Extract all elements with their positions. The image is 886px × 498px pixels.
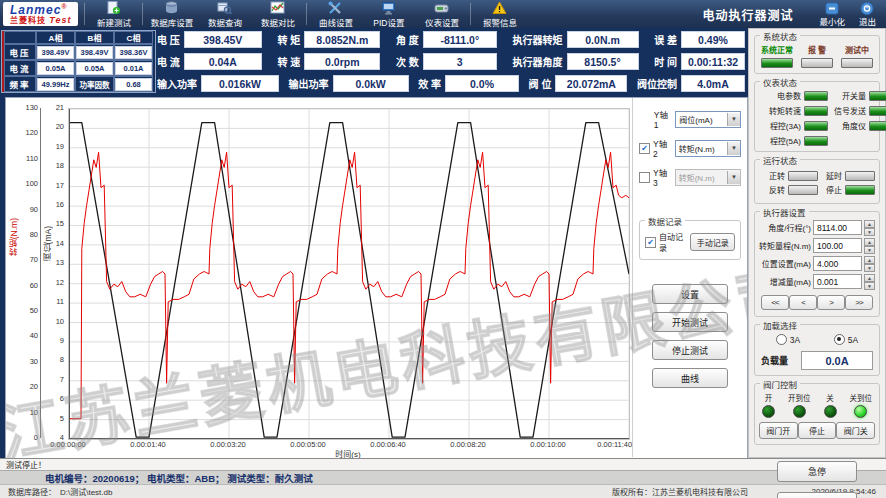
- torque-axis-line: [40, 108, 41, 438]
- speed-value: 0.0rpm: [304, 53, 380, 70]
- new-test-button[interactable]: 新建测试: [87, 0, 140, 28]
- spinner-up-icon[interactable]: ▲: [864, 220, 875, 228]
- alarm-label: 报 警: [808, 44, 826, 55]
- testing-led: [841, 58, 873, 68]
- curve-button[interactable]: 曲线: [652, 368, 728, 388]
- actuator-angle-value: 8150.5°: [567, 53, 639, 70]
- emergency-stop-button[interactable]: 急停: [777, 461, 857, 482]
- time-label: 时 间: [654, 54, 677, 69]
- valve-close-button[interactable]: 阀门关: [836, 422, 875, 439]
- step-forward-button[interactable]: >: [817, 295, 845, 310]
- bottom-status-bar: 数据库路径： D:\测试\test.db 版权所有：江苏兰菱机电科技有限公司 2…: [0, 484, 886, 498]
- stop-test-button[interactable]: 停止测试: [652, 340, 728, 360]
- spinner-down-icon[interactable]: ▼: [864, 228, 875, 236]
- torque-range-label: 转矩量程(N.m): [759, 240, 811, 251]
- actuator-torque-label: 执行器转矩: [513, 32, 563, 47]
- minimize-button[interactable]: 最小化: [819, 2, 845, 27]
- meter-settings-icon: [434, 1, 449, 15]
- toolbar-button-label: 曲线设置: [319, 16, 353, 28]
- curve-settings-button[interactable]: 曲线设置: [309, 0, 362, 28]
- spinner-up-icon[interactable]: ▲: [864, 274, 875, 282]
- data-query-button[interactable]: 数据查询: [198, 0, 251, 28]
- measurement-grid: 电 压398.45V 转 矩8.0852N.m 角 度-8111.0° 执行器转…: [157, 31, 745, 92]
- toolbar-button-label: 数据对比: [261, 16, 295, 28]
- motor-info: 电机编号：20200619； 电机类型：ABB； 测试类型：耐久测试: [45, 471, 313, 485]
- data-record-group: 数据记录 ✔ 自动记录 手动记录: [639, 220, 741, 260]
- y-axis2-checkbox[interactable]: ✔: [639, 143, 650, 154]
- speed-label: 转 速: [278, 54, 301, 69]
- angle-stroke-field[interactable]: 8114.00: [813, 220, 862, 235]
- data-compare-icon: [270, 1, 285, 15]
- start-test-button[interactable]: 开始测试: [652, 312, 728, 332]
- toolbar-button-label: 数据查询: [208, 16, 242, 28]
- y-axis3-dropdown[interactable]: 转矩(N.m)▼: [675, 169, 741, 186]
- row-label-frequency: 频率: [4, 76, 36, 92]
- db-path-value: D:\测试\test.db: [60, 486, 112, 497]
- power-factor-label: 功率因数: [75, 76, 114, 92]
- load-3a-radio[interactable]: 3A: [776, 334, 800, 345]
- meter-settings-button[interactable]: 仪表设置: [415, 0, 468, 28]
- pid-settings-button[interactable]: PID设置: [362, 0, 415, 28]
- database-settings-button[interactable]: 数据库设置: [145, 0, 198, 28]
- plot-area[interactable]: [68, 108, 630, 440]
- increment-field[interactable]: 0.001: [813, 274, 862, 289]
- load-5a-radio[interactable]: 5A: [834, 334, 858, 345]
- spinner-down-icon[interactable]: ▼: [864, 246, 875, 254]
- status-message-bar: 测试停止！: [0, 458, 886, 470]
- signal-send-led: [869, 106, 886, 116]
- step-fast-back-button[interactable]: <<: [761, 295, 789, 310]
- step-fast-forward-button[interactable]: >>: [845, 295, 873, 310]
- y-axis1-label: Y轴1: [654, 108, 673, 130]
- auto-record-checkbox[interactable]: ✔: [645, 237, 656, 248]
- system-ok-label: 系统正常: [761, 44, 793, 55]
- load-select-group: 加载选择 3A 5A 负载量 0.0A: [754, 324, 880, 376]
- step-back-button[interactable]: <: [789, 295, 817, 310]
- open-label: 开: [765, 392, 773, 403]
- y-axis3-checkbox[interactable]: [639, 172, 650, 183]
- open-led: [762, 405, 775, 418]
- power-meter-led: [804, 91, 828, 101]
- data-compare-button[interactable]: 数据对比: [251, 0, 304, 28]
- alarm-info-button[interactable]: 报警信息: [473, 0, 526, 28]
- y-axis2-dropdown[interactable]: 转矩(N.m)▼: [675, 140, 741, 157]
- valve-stop-button[interactable]: 停止: [798, 422, 837, 439]
- status-sidebar: 系统状态 系统正常 报 警 测试中 仪表状态 电参数 转矩转速 程控(3A) 程…: [748, 28, 886, 458]
- valve-open-button[interactable]: 阀门开: [759, 422, 798, 439]
- power-factor-value: 0.68: [115, 78, 152, 91]
- status-message: 测试停止！: [6, 459, 46, 470]
- open-in-place-led: [793, 405, 806, 418]
- alarm-info-icon: [492, 1, 507, 15]
- angle-label: 角 度: [396, 32, 419, 47]
- reset-alarm-button[interactable]: 重置报警: [777, 492, 857, 498]
- data-query-icon: [217, 1, 232, 15]
- reverse-led: [788, 185, 818, 195]
- manual-record-button[interactable]: 手动记录: [690, 233, 735, 251]
- load-3a-label: 3A: [790, 335, 800, 345]
- chart-controls: Y轴1 阀位(mA)▼ ✔ Y轴2 转矩(N.m)▼ Y轴3 转矩(N.m)▼ …: [632, 98, 747, 457]
- spinner-down-icon[interactable]: ▼: [864, 282, 875, 290]
- exit-icon: [860, 2, 874, 15]
- load-select-title: 加载选择: [760, 319, 800, 331]
- actuator-torque-value: 0.0N.m: [567, 31, 639, 48]
- close-in-place-led: [854, 405, 867, 418]
- auto-record-label: 自动记录: [659, 231, 687, 253]
- increment-label: 增减量(mA): [770, 276, 811, 287]
- spinner-up-icon[interactable]: ▲: [864, 256, 875, 264]
- load-5a-label: 5A: [848, 335, 858, 345]
- chevron-down-icon: ▼: [727, 113, 740, 126]
- forward-led: [788, 171, 818, 181]
- position-set-field[interactable]: 4.000: [813, 256, 862, 271]
- spinner-up-icon[interactable]: ▲: [864, 238, 875, 246]
- delay-label: 延时: [818, 170, 842, 181]
- run-status-group: 运行状态 正转 延时 反转 停止: [754, 159, 880, 204]
- alarm-led: [801, 58, 833, 68]
- y-axis1-dropdown[interactable]: 阀位(mA)▼: [675, 111, 741, 128]
- torque-range-field[interactable]: 100.00: [813, 238, 862, 253]
- valve-position-value: 20.072mA: [555, 75, 627, 92]
- spinner-down-icon[interactable]: ▼: [864, 264, 875, 272]
- stopped-led: [845, 185, 875, 195]
- settings-button[interactable]: 设置: [652, 284, 728, 304]
- exit-button[interactable]: 退出: [859, 2, 876, 27]
- angle-value: -8111.0°: [423, 31, 497, 48]
- logo-reg-mark: ®: [61, 3, 67, 10]
